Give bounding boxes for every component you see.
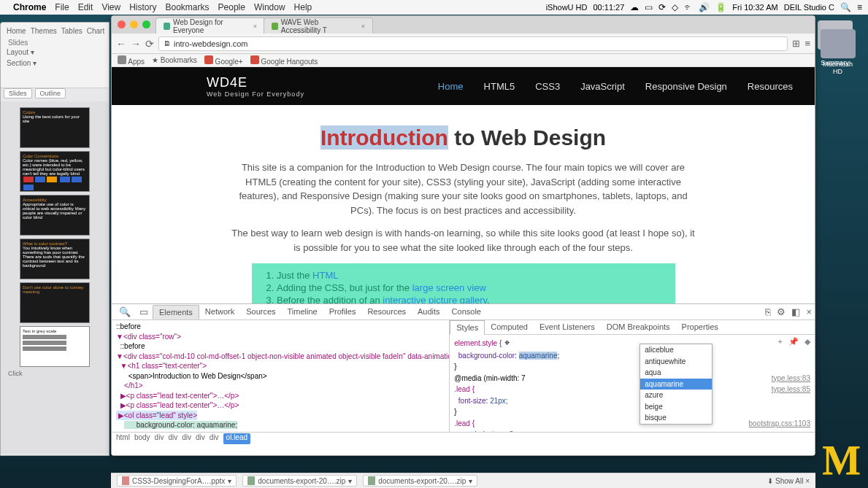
dom-tree[interactable]: ::before ▼<div class="row"> ::before ▼<d… (112, 320, 449, 432)
ppt-tab-chart[interactable]: Chart (87, 27, 104, 35)
styles-tab[interactable]: Styles (450, 320, 485, 335)
minimize-icon[interactable] (130, 20, 138, 28)
forward-button[interactable]: → (131, 38, 141, 50)
nav-html5[interactable]: HTML5 (484, 81, 515, 92)
menu-people[interactable]: People (218, 2, 245, 12)
color-format-icon[interactable]: ◆ (804, 336, 810, 347)
toggle-state-icon[interactable]: 📌 (788, 336, 799, 347)
crumb-current[interactable]: ol.lead (223, 433, 250, 444)
source-link[interactable]: type.less:83 (772, 373, 810, 384)
gear-icon[interactable]: ⚙ (777, 306, 786, 317)
spotlight-icon[interactable]: 🔍 (840, 2, 851, 12)
download-item[interactable]: CSS3-DesigningForA….pptx ▾ (117, 475, 237, 487)
ac-item[interactable]: azure (640, 390, 712, 401)
slide-thumb[interactable]: What is color contrast?You intuitively k… (20, 239, 90, 279)
breakpoints-tab[interactable]: DOM Breakpoints (601, 320, 676, 334)
browser-tab[interactable]: WAVE Web Accessibility T× (264, 18, 373, 34)
menu-window[interactable]: Window (254, 2, 285, 12)
inspect-icon[interactable]: 🔍 (115, 306, 135, 317)
slide-thumb[interactable]: Test in grey scale (20, 326, 90, 367)
nav-resources[interactable]: Resources (748, 81, 793, 92)
crumb-item[interactable]: div (155, 433, 164, 444)
crumb-item[interactable]: div (210, 433, 219, 444)
menu-edit[interactable]: Edit (78, 2, 93, 12)
dropdown-icon[interactable]: ◇ (672, 2, 678, 12)
crumb-item[interactable]: div (196, 433, 205, 444)
window-controls[interactable] (118, 20, 150, 28)
dt-tab-network[interactable]: Network (199, 305, 240, 319)
listeners-tab[interactable]: Event Listeners (534, 320, 601, 334)
bookmark-item[interactable]: Google Hangouts (250, 55, 318, 66)
ppt-slide-panel[interactable]: ColorsUsing the best colors for your sit… (1, 101, 109, 454)
ac-item[interactable]: antiquewhite (640, 356, 712, 368)
new-rule-icon[interactable]: + (778, 336, 783, 347)
editing-value[interactable]: aquamarine (519, 352, 558, 360)
drawer-icon[interactable]: ⎘ (765, 306, 771, 317)
device-icon[interactable]: ▭ (135, 306, 153, 317)
ac-item[interactable]: beige (640, 401, 712, 413)
breadcrumb[interactable]: html body div div div div div ol.lead (112, 432, 815, 445)
clock[interactable]: Fri 10:32 AM (732, 3, 777, 12)
display-icon[interactable]: ▭ (645, 2, 653, 12)
dt-tab-elements[interactable]: Elements (153, 305, 199, 319)
address-bar[interactable]: 🗎intro-webdesign.com (158, 36, 788, 51)
source-link[interactable]: type.less:85 (772, 384, 810, 395)
notifications-icon[interactable]: ≡ (857, 2, 862, 12)
list-link[interactable]: large screen view (412, 282, 486, 293)
extension-icon[interactable]: ⊞ (792, 38, 800, 49)
ac-item[interactable]: bisque (640, 412, 712, 424)
dt-tab-audits[interactable]: Audits (412, 305, 446, 319)
styles-rules[interactable]: +📌◆ element.style { ⌖ background-color: … (450, 335, 815, 432)
list-link[interactable]: HTML (312, 270, 338, 281)
close-icon[interactable] (118, 20, 126, 28)
site-brand[interactable]: WD4E Web Design For Everybody (207, 75, 304, 98)
properties-tab[interactable]: Properties (676, 320, 724, 334)
menu-view[interactable]: View (101, 2, 120, 12)
nav-home[interactable]: Home (438, 81, 464, 92)
source-link[interactable]: bootstrap.css:1103 (749, 419, 811, 429)
bookmark-item[interactable]: Google+ (204, 55, 243, 66)
ac-item-selected[interactable]: aquamarine (640, 379, 712, 390)
battery-icon[interactable]: 🔋 (715, 2, 726, 12)
crumb-item[interactable]: div (182, 433, 191, 444)
ac-item[interactable]: aliceblue (640, 344, 712, 356)
sync-icon[interactable]: ⟳ (658, 2, 666, 12)
slide-thumb[interactable]: ColorsUsing the best colors for your sit… (20, 107, 90, 148)
tab-close-icon[interactable]: × (361, 23, 365, 30)
back-button[interactable]: ← (116, 38, 126, 50)
ppt-sidebar-outline[interactable]: Outline (35, 88, 66, 98)
ppt-layout-button[interactable]: Layout ▾ (7, 48, 34, 56)
computed-tab[interactable]: Computed (485, 320, 534, 334)
volume-icon[interactable]: 🔊 (699, 2, 710, 12)
slide-thumb[interactable]: Don't use color alone to convey meaning (20, 282, 90, 323)
slide-thumb[interactable]: AccessibilityAppropriate use of color is… (20, 195, 90, 236)
bookmark-item[interactable]: ★ Bookmarks (152, 56, 197, 64)
browser-tab[interactable]: Web Design for Everyone× (155, 18, 265, 34)
tab-close-icon[interactable]: × (253, 23, 257, 30)
dock-icon[interactable]: ◧ (791, 306, 800, 317)
crumb-item[interactable]: html (116, 433, 130, 444)
crumb-item[interactable]: body (134, 433, 150, 444)
desktop-hd2[interactable]: Macintosh HD (818, 29, 858, 75)
ppt-section-button[interactable]: Section ▾ (7, 59, 37, 67)
download-item[interactable]: documents-export-20….zip ▾ (363, 475, 477, 487)
reload-button[interactable]: ⟳ (145, 38, 154, 50)
chrome-menu-icon[interactable]: ≡ (804, 38, 810, 49)
nav-js[interactable]: JavaScript (580, 81, 625, 92)
zoom-icon[interactable] (142, 20, 150, 28)
ac-item[interactable]: aqua (640, 367, 712, 379)
dt-tab-profiles[interactable]: Profiles (323, 305, 362, 319)
user-name[interactable]: DEIL Studio C (784, 3, 834, 12)
ppt-tab-home[interactable]: Home (7, 27, 26, 35)
menu-help[interactable]: Help (294, 2, 312, 12)
show-all-downloads[interactable]: ⬇ Show All × (767, 477, 810, 485)
ppt-tab-tables[interactable]: Tables (61, 27, 82, 35)
dt-tab-sources[interactable]: Sources (240, 305, 281, 319)
dt-tab-timeline[interactable]: Timeline (282, 305, 323, 319)
dt-tab-resources[interactable]: Resources (361, 305, 412, 319)
menu-file[interactable]: File (55, 2, 69, 12)
nav-rwd[interactable]: Responsive Design (645, 81, 727, 92)
wifi-icon[interactable]: ᯤ (684, 2, 693, 12)
cloud-icon[interactable]: ☁ (630, 2, 639, 12)
active-app[interactable]: Chrome (13, 2, 46, 12)
